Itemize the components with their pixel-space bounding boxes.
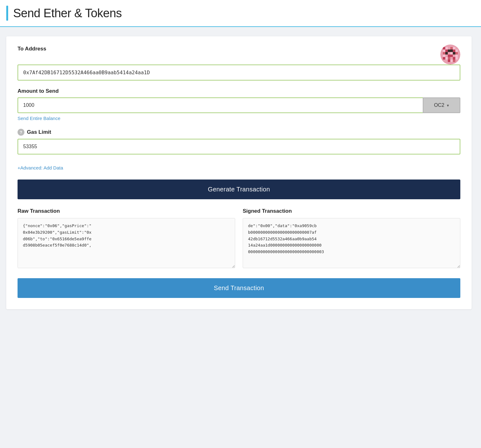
svg-rect-2 (445, 47, 448, 49)
svg-rect-4 (450, 47, 453, 49)
svg-rect-16 (453, 52, 455, 55)
svg-rect-15 (450, 52, 453, 55)
svg-rect-21 (450, 55, 453, 57)
svg-rect-8 (448, 49, 450, 52)
svg-rect-25 (445, 57, 448, 60)
raw-transaction-col: Raw Transaction (18, 208, 235, 269)
svg-rect-24 (443, 57, 445, 60)
svg-rect-6 (443, 49, 445, 52)
svg-rect-5 (453, 47, 455, 49)
help-icon[interactable]: ? (18, 129, 24, 136)
svg-rect-23 (455, 55, 458, 57)
advanced-link[interactable]: +Advanced: Add Data (18, 165, 63, 170)
generate-transaction-button[interactable]: Generate Transaction (18, 180, 460, 199)
svg-rect-27 (450, 57, 453, 60)
svg-rect-17 (455, 52, 458, 55)
gas-limit-input[interactable] (18, 139, 460, 154)
svg-rect-7 (445, 49, 448, 52)
svg-rect-30 (445, 60, 448, 62)
signed-transaction-title: Signed Transaction (243, 208, 460, 214)
svg-rect-26 (448, 57, 450, 60)
svg-rect-20 (448, 55, 450, 57)
svg-rect-3 (448, 47, 450, 49)
send-entire-balance-link[interactable]: Send Entire Balance (18, 116, 60, 121)
raw-transaction-textarea[interactable] (18, 218, 235, 268)
signed-transaction-textarea[interactable] (243, 218, 460, 268)
svg-rect-18 (443, 55, 445, 57)
to-address-input[interactable] (18, 65, 460, 81)
svg-rect-31 (448, 60, 450, 62)
token-label: OC2 (434, 102, 444, 108)
dropdown-arrow-icon: ▾ (447, 103, 449, 108)
title-accent (6, 6, 8, 21)
svg-rect-13 (445, 52, 448, 55)
avatar (440, 44, 460, 65)
amount-input[interactable] (18, 97, 423, 113)
page-title: Send Ether & Tokens (13, 7, 122, 20)
svg-rect-11 (455, 49, 458, 52)
svg-rect-22 (453, 55, 455, 57)
svg-rect-1 (443, 47, 445, 49)
svg-rect-29 (455, 57, 458, 60)
svg-rect-14 (448, 52, 450, 55)
gas-limit-group: ? Gas Limit (18, 129, 460, 154)
amount-label: Amount to Send (18, 88, 460, 94)
signed-transaction-col: Signed Transaction (243, 208, 460, 269)
svg-rect-32 (450, 60, 453, 62)
token-select[interactable]: OC2 ▾ (423, 97, 460, 113)
svg-rect-9 (450, 49, 453, 52)
svg-rect-33 (453, 60, 455, 62)
page-header: Send Ether & Tokens (0, 0, 481, 27)
to-address-label: To Address (18, 46, 46, 52)
to-address-group: To Address (18, 46, 460, 81)
send-transaction-button[interactable]: Send Transaction (18, 278, 460, 298)
amount-group: Amount to Send OC2 ▾ Send Entire Balance (18, 88, 460, 121)
svg-rect-19 (445, 55, 448, 57)
send-form-card: To Address (6, 36, 472, 309)
svg-rect-28 (453, 57, 455, 60)
gas-limit-label: Gas Limit (27, 129, 51, 135)
svg-rect-10 (453, 49, 455, 52)
raw-transaction-title: Raw Transaction (18, 208, 235, 214)
svg-rect-12 (443, 52, 445, 55)
